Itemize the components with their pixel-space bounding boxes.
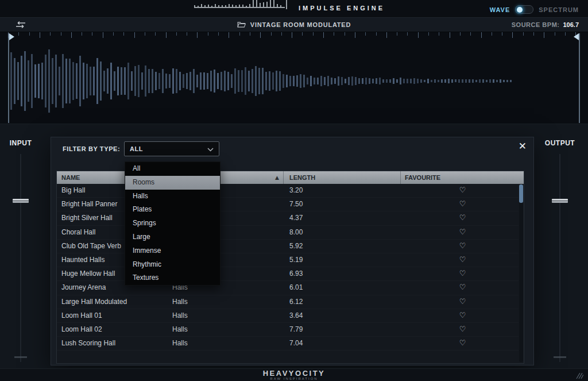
preset-name-cell: Haunted Halls [61, 256, 105, 264]
start-marker-line [8, 33, 9, 123]
heavyocity-logo: HEAVYOCITY [0, 370, 588, 377]
dropdown-option-halls[interactable]: Halls [125, 190, 220, 203]
top-deco-waveform [194, 0, 287, 9]
resize-hatch-icon [575, 371, 583, 381]
preset-browser-panel: FILTER BY TYPE: ALL ✕ NAME TYPE ▲ LENGTH… [51, 137, 534, 365]
input-fader-handle[interactable] [13, 199, 29, 203]
deco-baseline [194, 7, 285, 8]
favourite-heart-icon[interactable]: ♡ [400, 228, 525, 236]
preset-name-cell: Bright Silver Hall [61, 214, 113, 222]
waveform-ruler [8, 32, 580, 39]
preset-length-cell: 5.19 [289, 256, 303, 264]
output-fader-handle[interactable] [552, 199, 568, 203]
input-label: INPUT [0, 139, 44, 147]
preset-name-cell: Huge Mellow Hall [61, 270, 115, 278]
input-fader-track[interactable] [20, 154, 21, 362]
preset-name-cell: Club Old Tape Verb [61, 242, 121, 250]
preset-length-cell: 4.37 [289, 214, 303, 222]
dropdown-option-large[interactable]: Large [125, 230, 220, 244]
preset-name-cell: Big Hall [61, 186, 85, 194]
preset-length-cell: 6.12 [289, 298, 303, 306]
page-title: IMPULSE ENGINE [299, 5, 385, 11]
chevron-down-icon [207, 144, 214, 154]
output-fader-track[interactable] [559, 154, 560, 362]
preset-name-cell: Large Hall Modulated [61, 298, 127, 306]
close-browser-button[interactable]: ✕ [519, 140, 527, 152]
preset-length-cell: 7.04 [289, 339, 303, 347]
wave-spectrum-toggle[interactable] [515, 5, 533, 14]
preset-length-cell: 6.93 [289, 270, 303, 278]
favourite-heart-icon[interactable]: ♡ [400, 311, 525, 320]
preset-name-cell: Choral Hall [61, 228, 95, 236]
table-row[interactable]: Loom Hall 02Halls7.79♡ [57, 323, 519, 337]
favourite-heart-icon[interactable]: ♡ [400, 241, 525, 250]
preset-length-cell: 7.50 [289, 200, 303, 208]
toggle-knob[interactable] [517, 7, 523, 13]
filter-by-type-label: FILTER BY TYPE: [63, 145, 120, 152]
favourite-heart-icon[interactable]: ♡ [400, 255, 525, 264]
preset-bar: VINTAGE ROOM MODULATED SOURCE BPM: 106.7 [0, 17, 588, 32]
header-divider [283, 171, 284, 184]
preset-name-cell: Bright Hall Panner [61, 200, 117, 208]
preset-length-cell: 3.64 [289, 311, 303, 320]
preset-name-cell: Loom Hall 02 [61, 325, 102, 333]
table-row[interactable]: Loom Hall 01Halls3.64♡ [57, 309, 519, 323]
view-mode-toggle-group: WAVE SPECTRUM [490, 5, 579, 14]
table-row[interactable]: Large Hall ModulatedHalls6.12♡ [57, 295, 519, 309]
favourite-heart-icon[interactable]: ♡ [400, 269, 525, 278]
preset-type-cell: Halls [172, 298, 188, 306]
preset-type-cell: Halls [172, 325, 188, 333]
column-header-favourite[interactable]: FAVOURITE [405, 174, 440, 181]
scrollbar-thumb[interactable] [519, 184, 523, 203]
favourite-heart-icon[interactable]: ♡ [400, 199, 525, 208]
filter-dropdown-list: AllRoomsHallsPlatesSpringsLargeImmenseRh… [125, 161, 220, 286]
filter-type-select[interactable]: ALL [124, 141, 219, 156]
preset-length-cell: 8.00 [289, 228, 303, 236]
dropdown-option-springs[interactable]: Springs [125, 217, 220, 230]
favourite-heart-icon[interactable]: ♡ [400, 338, 525, 347]
dropdown-option-immense[interactable]: Immense [125, 244, 220, 258]
end-marker-handle[interactable] [574, 33, 579, 40]
preset-type-cell: Halls [172, 311, 188, 320]
favourite-heart-icon[interactable]: ♡ [400, 297, 525, 306]
table-scrollbar[interactable] [519, 184, 523, 362]
dropdown-option-plates[interactable]: Plates [125, 203, 220, 217]
brand-tagline: RAW INSPIRATION [0, 377, 588, 380]
spectrum-mode-label[interactable]: SPECTRUM [539, 6, 579, 13]
table-row[interactable]: Lush Scoring HallHalls7.04♡ [57, 337, 519, 351]
favourite-heart-icon[interactable]: ♡ [400, 325, 525, 333]
preset-length-cell: 6.01 [289, 283, 303, 291]
header-divider [400, 171, 401, 184]
plugin-window: IMPULSE ENGINE WAVE SPECTRUM VINTAGE R [0, 0, 588, 381]
output-fader-min-mark [554, 356, 566, 358]
title-bar: IMPULSE ENGINE WAVE SPECTRUM [0, 0, 588, 17]
footer-bar: HEAVYOCITY RAW INSPIRATION [0, 368, 588, 381]
sort-ascending-icon[interactable]: ▲ [275, 175, 279, 180]
preset-length-cell: 7.79 [289, 325, 303, 333]
end-marker-line [579, 33, 580, 123]
dropdown-option-all[interactable]: All [125, 162, 220, 176]
preset-name-cell: Journey Arena [61, 283, 106, 291]
dropdown-option-rhythmic[interactable]: Rhythmic [125, 258, 220, 272]
wave-mode-label[interactable]: WAVE [490, 6, 510, 13]
favourite-heart-icon[interactable]: ♡ [400, 186, 525, 194]
favourite-heart-icon[interactable]: ♡ [400, 213, 525, 222]
dropdown-option-textures[interactable]: Textures [125, 271, 220, 285]
waveform-display [10, 39, 527, 123]
column-header-length[interactable]: LENGTH [289, 174, 315, 181]
preset-name-cell: Loom Hall 01 [61, 311, 102, 320]
favourite-heart-icon[interactable]: ♡ [400, 283, 525, 291]
input-fader-min-mark [14, 356, 27, 358]
source-bpm-value: 106.7 [563, 21, 579, 28]
deco-endcap [286, 0, 287, 9]
source-bpm-group: SOURCE BPM: 106.7 [512, 18, 579, 32]
preset-length-cell: 3.20 [289, 186, 303, 194]
dropdown-option-rooms[interactable]: Rooms [125, 176, 220, 190]
output-label: OUTPUT [537, 139, 583, 147]
source-bpm-label: SOURCE BPM: [512, 21, 560, 28]
filter-selected-value: ALL [130, 145, 143, 152]
preset-length-cell: 5.92 [289, 242, 303, 250]
column-header-name[interactable]: NAME [61, 174, 80, 181]
preset-selector[interactable]: VINTAGE ROOM MODULATED [0, 18, 588, 32]
folder-icon [237, 20, 246, 30]
